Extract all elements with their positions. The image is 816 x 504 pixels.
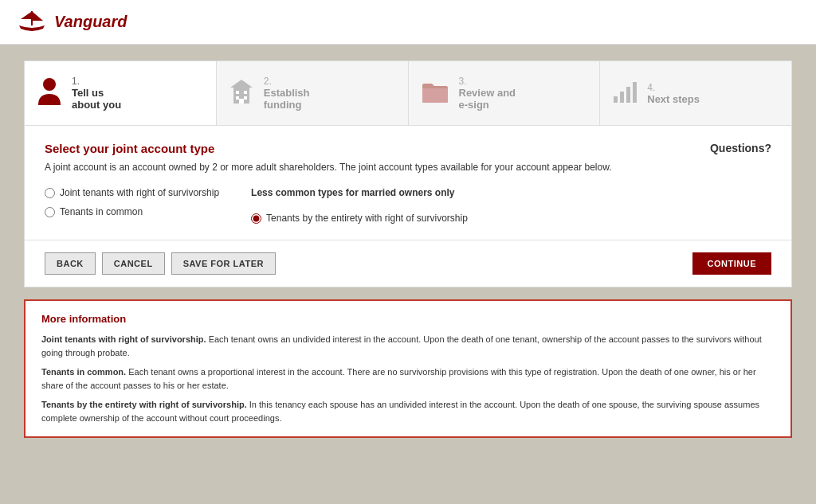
step-1-number: 1. [72,76,121,87]
radio-tenants-common-label: Tenants in common [60,206,143,217]
cancel-button[interactable]: CANCEL [102,252,165,275]
page-header: Vanguard [0,0,816,45]
column-label-married: Less common types for married owners onl… [251,187,468,198]
more-info-title: More information [41,313,775,325]
radio-tenants-common[interactable]: Tenants in common [45,206,219,217]
more-info-para-1-bold: Joint tenants with right of survivorship… [41,334,206,344]
step-1[interactable]: 1. Tell us about you [25,61,217,125]
svg-rect-6 [236,96,239,100]
vanguard-ship-icon [16,8,48,36]
more-info-card: More information Joint tenants with righ… [24,299,792,438]
more-info-para-1: Joint tenants with right of survivorship… [41,333,775,359]
step-2[interactable]: 2. Establish funding [217,61,409,125]
btn-group-left: BACK CANCEL SAVE FOR LATER [45,252,276,275]
person-icon [37,76,62,111]
radio-tenants-entirety-input[interactable] [251,213,261,224]
step-3-number: 3. [459,76,516,87]
step-3-text: 3. Review and e-sign [459,76,516,111]
button-bar: BACK CANCEL SAVE FOR LATER CONTINUE [25,240,791,287]
more-info-para-2: Tenants in common. Each tenant owns a pr… [41,365,775,392]
step-4-number: 4. [647,82,700,93]
section-desc: A joint account is an account owned by 2… [45,162,771,173]
svg-rect-7 [244,96,247,100]
radio-joint-tenants-label: Joint tenants with right of survivorship [60,187,219,198]
step-4[interactable]: 4. Next steps [600,61,791,125]
save-for-later-button[interactable]: SAVE FOR LATER [171,252,276,275]
svg-rect-4 [236,91,239,94]
section-title: Select your joint account type [45,142,771,155]
radio-column-right: Less common types for married owners onl… [251,187,468,224]
steps-bar: 1. Tell us about you [25,61,791,126]
svg-rect-10 [614,96,618,103]
more-info-para-3-bold: Tenants by the entirety with right of su… [41,400,247,409]
step-1-text: 1. Tell us about you [72,76,121,111]
main-content: 1. Tell us about you [0,45,816,454]
svg-rect-8 [239,99,244,104]
more-info-para-3: Tenants by the entirety with right of su… [41,398,775,424]
svg-rect-0 [31,11,33,25]
questions-link[interactable]: Questions? [710,142,771,154]
step-2-number: 2. [264,76,310,87]
step-4-text: 4. Next steps [647,82,700,105]
more-info-para-2-text: Each tenant owns a proportional interest… [41,367,756,390]
svg-rect-13 [633,82,637,103]
svg-rect-11 [620,92,624,103]
logo-area: Vanguard [16,8,128,36]
step-2-label: Establish funding [264,87,310,111]
step-1-label: Tell us about you [72,87,121,111]
form-content: Questions? Select your joint account typ… [25,126,791,240]
radio-tenants-entirety[interactable]: Tenants by the entirety with right of su… [251,213,468,224]
main-card: 1. Tell us about you [24,61,792,287]
radio-tenants-common-input[interactable] [45,207,55,217]
step-3[interactable]: 3. Review and e-sign [409,61,601,125]
vanguard-logo-text: Vanguard [54,13,128,31]
svg-rect-9 [422,88,448,103]
svg-rect-5 [244,91,247,94]
radio-options: Joint tenants with right of survivorship… [45,187,771,224]
radio-joint-tenants-input[interactable] [45,188,55,198]
step-4-label: Next steps [647,93,700,105]
svg-marker-3 [230,80,253,88]
building-icon [229,76,254,111]
svg-point-1 [43,78,56,91]
continue-button[interactable]: CONTINUE [692,252,771,275]
radio-tenants-entirety-label: Tenants by the entirety with right of su… [266,213,468,224]
more-info-para-2-bold: Tenants in common. [41,367,126,377]
folder-icon [421,79,449,108]
step-2-text: 2. Establish funding [264,76,310,111]
svg-rect-12 [626,87,630,103]
back-button[interactable]: BACK [45,252,96,275]
radio-column-left: Joint tenants with right of survivorship… [45,187,219,224]
radio-joint-tenants[interactable]: Joint tenants with right of survivorship [45,187,219,198]
steps-icon [612,79,638,108]
step-3-label: Review and e-sign [459,87,516,111]
